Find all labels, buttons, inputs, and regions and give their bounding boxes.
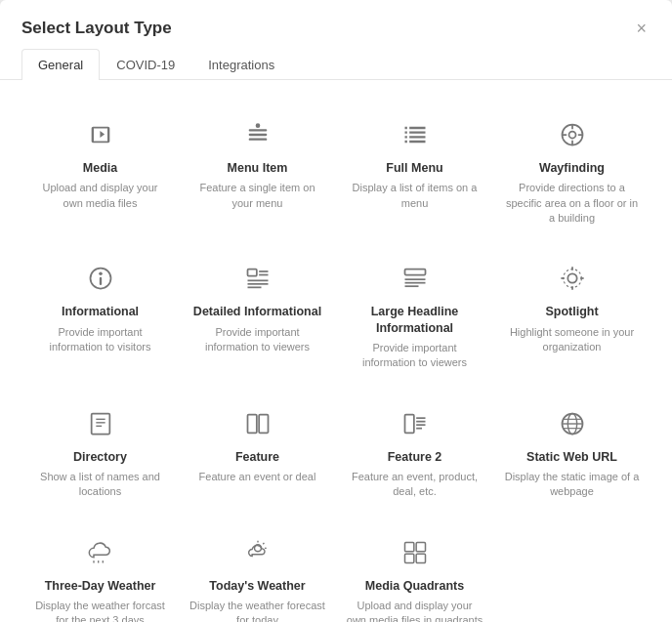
three-day-weather-name: Three-Day Weather — [45, 578, 156, 594]
svg-rect-29 — [247, 414, 256, 433]
layout-item-feature2[interactable]: Feature 2 Feature an event, product, dea… — [336, 389, 493, 518]
full-menu-icon — [398, 117, 433, 152]
directory-name: Directory — [73, 449, 127, 465]
svg-point-1 — [568, 132, 575, 139]
layout-item-spotlight[interactable]: Spotlight Highlight someone in your orga… — [493, 243, 651, 388]
media-quadrants-desc: Upload and display your own media files … — [346, 599, 483, 622]
layout-item-full-menu[interactable]: Full Menu Display a list of items on a m… — [336, 100, 493, 243]
todays-weather-icon — [240, 535, 275, 570]
layout-item-directory[interactable]: Directory Show a list of names and locat… — [21, 389, 179, 518]
directory-desc: Show a list of names and locations — [31, 470, 169, 500]
menu-item-icon — [240, 117, 275, 152]
layout-item-todays-weather[interactable]: Today's Weather Display the weather fore… — [179, 518, 336, 622]
layout-item-static-web[interactable]: Static Web URL Display the static image … — [493, 389, 651, 518]
tab-integrations[interactable]: Integrations — [191, 49, 291, 80]
detailed-informational-icon — [240, 261, 275, 296]
spotlight-name: Spotlight — [545, 304, 598, 319]
svg-line-46 — [263, 543, 264, 544]
wayfinding-desc: Provide directions to a specific area on… — [503, 181, 641, 226]
layout-item-informational[interactable]: Informational Provide important informat… — [21, 243, 179, 388]
menu-item-name: Menu Item — [228, 160, 288, 176]
media-quadrants-name: Media Quadrants — [365, 578, 464, 594]
todays-weather-desc: Display the weather forecast for today — [189, 599, 326, 622]
svg-rect-50 — [404, 554, 413, 562]
layout-item-detailed-informational[interactable]: Detailed Informational Provide important… — [179, 243, 336, 388]
svg-rect-7 — [99, 277, 101, 285]
full-menu-desc: Display a list of items on a menu — [346, 181, 483, 211]
todays-weather-name: Today's Weather — [209, 578, 305, 594]
informational-name: Informational — [62, 304, 139, 319]
media-icon — [83, 117, 118, 152]
feature2-desc: Feature an event, product, deal, etc. — [346, 470, 483, 500]
svg-point-19 — [567, 274, 576, 283]
detailed-informational-name: Detailed Informational — [193, 304, 321, 319]
close-button[interactable]: × — [632, 18, 651, 39]
svg-rect-25 — [91, 413, 109, 434]
layout-item-three-day-weather[interactable]: Three-Day Weather Display the weather fo… — [21, 518, 179, 622]
media-name: Media — [83, 160, 117, 176]
large-headline-icon — [398, 261, 433, 296]
large-headline-desc: Provide important information to viewers — [346, 341, 483, 371]
feature-icon — [240, 406, 275, 441]
dialog-title: Select Layout Type — [21, 19, 172, 38]
media-desc: Upload and display your own media files — [31, 181, 169, 211]
wayfinding-icon — [555, 117, 590, 152]
svg-rect-48 — [404, 542, 413, 551]
svg-rect-15 — [404, 270, 425, 275]
feature2-icon — [398, 406, 433, 441]
detailed-informational-desc: Provide important information to viewers — [189, 325, 326, 355]
layout-item-media[interactable]: Media Upload and display your own media … — [21, 100, 179, 243]
layout-item-large-headline[interactable]: Large Headline Informational Provide imp… — [336, 243, 493, 388]
static-web-desc: Display the static image of a webpage — [503, 470, 641, 500]
wayfinding-name: Wayfinding — [539, 160, 605, 176]
layout-item-menu-item[interactable]: Menu Item Feature a single item on your … — [179, 100, 336, 243]
tab-general[interactable]: General — [21, 49, 100, 80]
layout-item-wayfinding[interactable]: Wayfinding Provide directions to a speci… — [493, 100, 651, 243]
svg-rect-30 — [259, 414, 268, 433]
three-day-weather-desc: Display the weather forcast for the next… — [31, 599, 169, 622]
feature2-name: Feature 2 — [388, 449, 442, 465]
informational-desc: Provide important information to visitor… — [31, 325, 169, 355]
dialog-header: Select Layout Type × — [0, 0, 672, 49]
large-headline-name: Large Headline Informational — [346, 304, 483, 336]
static-web-name: Static Web URL — [526, 449, 617, 465]
spotlight-desc: Highlight someone in your organization — [503, 325, 641, 355]
three-day-weather-icon — [83, 535, 118, 570]
spotlight-icon — [555, 261, 590, 296]
menu-item-desc: Feature a single item on your menu — [189, 181, 326, 211]
layout-item-feature[interactable]: Feature Feature an event or deal — [179, 389, 336, 518]
select-layout-dialog: Select Layout Type × General COVID-19 In… — [0, 0, 672, 622]
svg-point-20 — [563, 270, 581, 288]
static-web-icon — [555, 406, 590, 441]
tab-covid19[interactable]: COVID-19 — [100, 49, 191, 80]
full-menu-name: Full Menu — [386, 160, 442, 176]
feature-name: Feature — [235, 449, 279, 465]
media-quadrants-icon — [398, 535, 433, 570]
svg-rect-31 — [404, 414, 413, 433]
svg-rect-49 — [416, 542, 425, 551]
layout-grid: Media Upload and display your own media … — [21, 100, 651, 622]
svg-point-6 — [99, 272, 103, 276]
svg-rect-9 — [247, 270, 256, 276]
layout-grid-container: Media Upload and display your own media … — [0, 80, 672, 622]
directory-icon — [83, 406, 118, 441]
svg-rect-51 — [416, 554, 425, 562]
informational-icon — [83, 261, 118, 296]
feature-desc: Feature an event or deal — [199, 470, 316, 484]
layout-item-media-quadrants[interactable]: Media Quadrants Upload and display your … — [336, 518, 493, 622]
tab-bar: General COVID-19 Integrations — [0, 49, 672, 80]
